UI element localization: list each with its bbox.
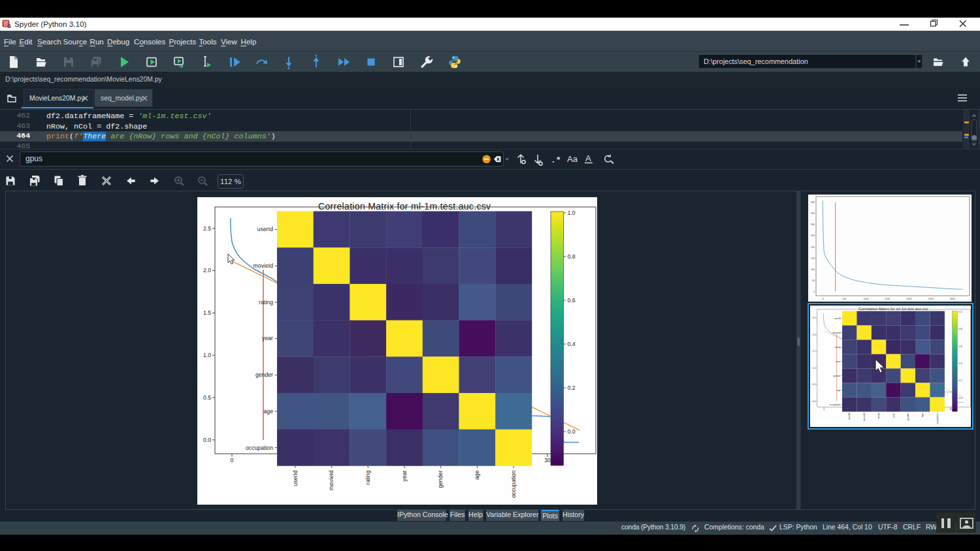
svg-text:gender: gender <box>255 371 273 378</box>
svg-text:1500: 1500 <box>885 298 890 300</box>
svg-text:1000: 1000 <box>864 298 869 300</box>
svg-text:0.4: 0.4 <box>568 341 576 347</box>
svg-text:0.6: 0.6 <box>568 297 576 304</box>
svg-text:0: 0 <box>231 457 234 464</box>
svg-text:30: 30 <box>544 457 551 464</box>
svg-text:2.0: 2.0 <box>203 267 211 274</box>
svg-text:0.2: 0.2 <box>568 385 576 391</box>
svg-text:200: 200 <box>811 246 815 249</box>
svg-text:year: year <box>401 470 408 481</box>
svg-text:D:\projects\seq_recommendation: D:\projects\seq_recommendation <box>704 57 808 65</box>
svg-text:Correlation Matrix for ml-1m.t: Correlation Matrix for ml-1m.test.auc.cs… <box>318 201 491 212</box>
svg-text:occupation: occupation <box>246 445 273 451</box>
svg-text:250: 250 <box>811 234 815 237</box>
svg-text:3000: 3000 <box>950 298 955 300</box>
svg-text:50: 50 <box>812 279 815 282</box>
svg-text:2000: 2000 <box>907 298 912 300</box>
svg-text:350: 350 <box>811 212 815 215</box>
svg-text:0.5: 0.5 <box>203 394 211 401</box>
svg-text:1.5: 1.5 <box>203 309 211 316</box>
svg-text:300: 300 <box>811 223 815 226</box>
svg-text:year: year <box>262 335 273 341</box>
svg-text:0.8: 0.8 <box>568 253 576 260</box>
svg-text:occupation: occupation <box>510 470 517 497</box>
svg-text:0: 0 <box>813 291 815 293</box>
svg-text:0.0: 0.0 <box>203 437 211 443</box>
svg-text:s: s <box>7 22 11 29</box>
svg-text:0.0: 0.0 <box>568 428 576 435</box>
svg-text:100: 100 <box>811 268 815 271</box>
svg-text:400: 400 <box>811 201 815 204</box>
svg-text:1.0: 1.0 <box>568 210 576 216</box>
svg-text:150: 150 <box>811 257 815 260</box>
svg-text:.*: .* <box>551 155 561 165</box>
svg-text:gender: gender <box>437 470 444 488</box>
svg-text:userId: userId <box>257 226 273 232</box>
svg-text:0: 0 <box>823 298 824 300</box>
svg-text:2500: 2500 <box>928 298 934 300</box>
svg-text:movieId: movieId <box>253 262 274 269</box>
svg-text:rating: rating <box>259 299 273 306</box>
svg-text:age: age <box>264 408 274 415</box>
svg-text:movieId: movieId <box>328 470 335 490</box>
svg-text:1.0: 1.0 <box>203 352 211 358</box>
svg-text:userId: userId <box>292 470 299 486</box>
svg-text:Aa: Aa <box>567 154 578 164</box>
svg-text:rating: rating <box>365 470 371 484</box>
svg-text:2.5: 2.5 <box>203 225 211 232</box>
svg-text:age: age <box>474 470 480 480</box>
svg-text:A: A <box>585 153 591 163</box>
svg-text:500: 500 <box>842 298 846 300</box>
